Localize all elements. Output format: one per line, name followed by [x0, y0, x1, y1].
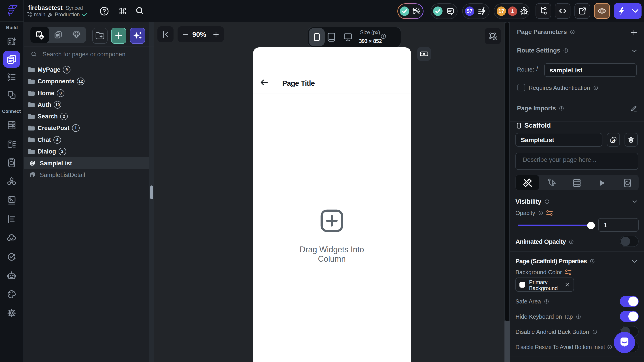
svg-text:D: D — [612, 139, 614, 142]
